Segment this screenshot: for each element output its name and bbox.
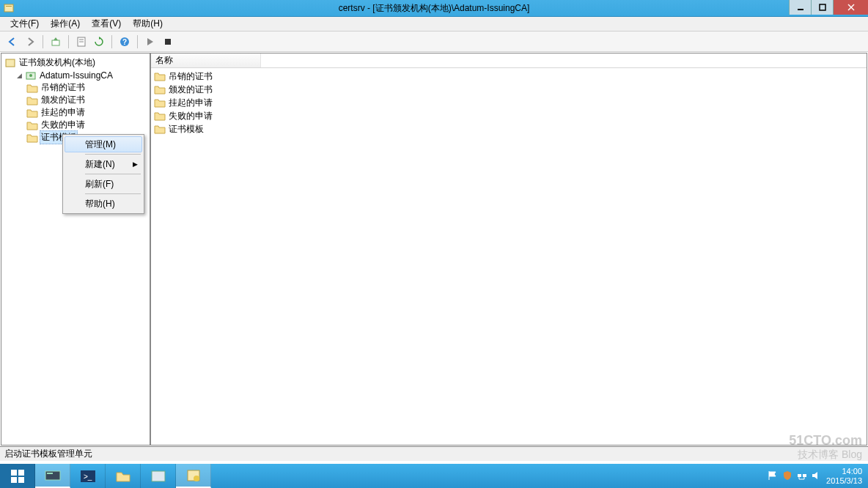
collapse-icon[interactable]: ◢: [15, 71, 23, 80]
toolbar: ?: [0, 32, 868, 52]
svg-rect-6: [52, 40, 59, 45]
ctx-separator: [85, 154, 141, 155]
tray-datetime[interactable]: 14:00 2015/3/13: [826, 467, 862, 486]
menu-action[interactable]: 操作(A): [45, 16, 86, 32]
svg-rect-18: [11, 477, 17, 483]
task-explorer[interactable]: [106, 464, 141, 488]
svg-rect-21: [47, 473, 53, 474]
tray-time: 14:00: [826, 467, 862, 476]
task-powershell[interactable]: >_: [70, 464, 106, 488]
stop-button[interactable]: [160, 34, 176, 50]
minimize-button[interactable]: [789, 0, 811, 15]
statusbar: 启动证书模板管理单元: [0, 446, 868, 461]
start-button[interactable]: [0, 464, 35, 488]
list-item-label: 证书模板: [169, 123, 204, 136]
tray-date: 2015/3/13: [826, 476, 862, 486]
ctx-new-label: 新建(N): [85, 158, 115, 171]
list-item[interactable]: 挂起的申请: [151, 96, 867, 109]
ctx-new[interactable]: 新建(N) ▶: [65, 156, 142, 172]
menu-file[interactable]: 文件(F): [4, 16, 45, 32]
ctx-manage[interactable]: 管理(M): [65, 136, 142, 152]
window-title: certsrv - [证书颁发机构(本地)\Adatum-IssuingCA]: [339, 2, 530, 15]
task-server-manager[interactable]: [35, 464, 70, 488]
tree-root-label: 证书颁发机构(本地): [18, 56, 97, 69]
toolbar-separator: [68, 35, 69, 48]
svg-point-15: [29, 74, 32, 77]
list-item[interactable]: 颁发的证书: [151, 83, 867, 96]
context-menu: 管理(M) 新建(N) ▶ 刷新(F) 帮助(H): [62, 134, 144, 214]
cert-authority-icon: [4, 57, 16, 69]
task-certsrv[interactable]: [176, 464, 211, 488]
tree-item-label: 挂起的申请: [40, 106, 87, 119]
list-item-label: 颁发的证书: [169, 84, 213, 96]
tray-shield-icon[interactable]: [782, 470, 792, 482]
svg-rect-27: [798, 474, 801, 477]
ca-icon: [25, 70, 37, 81]
tray-volume-icon[interactable]: [812, 470, 822, 482]
tree-item-revoked[interactable]: 吊销的证书: [4, 81, 147, 94]
status-text: 启动证书模板管理单元: [4, 448, 92, 460]
list-item[interactable]: 失败的申请: [151, 109, 867, 122]
ctx-separator: [85, 193, 141, 194]
tree-root[interactable]: 证书颁发机构(本地): [4, 56, 147, 69]
tray-network-icon[interactable]: [797, 470, 807, 482]
column-name[interactable]: 名称: [151, 53, 261, 67]
help-button[interactable]: ?: [117, 34, 133, 50]
system-tray: 14:00 2015/3/13: [762, 464, 868, 488]
folder-icon: [26, 133, 38, 143]
back-button[interactable]: [4, 34, 21, 50]
svg-rect-28: [803, 474, 806, 477]
svg-point-26: [194, 476, 199, 481]
maximize-button[interactable]: [811, 0, 833, 15]
svg-rect-1: [6, 6, 12, 7]
toolbar-separator: [137, 35, 138, 48]
tree-item-issued[interactable]: 颁发的证书: [4, 94, 147, 106]
app-icon: [3, 2, 15, 14]
play-button[interactable]: [142, 34, 158, 50]
tree-item-label: 吊销的证书: [40, 81, 87, 94]
ctx-help[interactable]: 帮助(H): [65, 196, 142, 212]
tree-item-pending[interactable]: 挂起的申请: [4, 106, 147, 119]
properties-button[interactable]: [73, 34, 89, 50]
folder-icon: [26, 95, 38, 106]
svg-rect-0: [4, 4, 13, 12]
tree-item-label: 颁发的证书: [40, 94, 87, 106]
toolbar-separator: [43, 35, 43, 48]
menu-view[interactable]: 查看(V): [86, 16, 127, 32]
toolbar-separator: [111, 35, 112, 48]
tray-flag-icon[interactable]: [768, 470, 778, 482]
list-body: 吊销的证书 颁发的证书 挂起的申请 失败的申请 证书模板: [151, 68, 867, 445]
svg-rect-17: [18, 470, 24, 476]
svg-text:>_: >_: [84, 473, 92, 481]
menu-help[interactable]: 帮助(H): [127, 16, 169, 32]
list-header: 名称: [151, 53, 867, 68]
task-app1[interactable]: [141, 464, 176, 488]
folder-icon: [26, 120, 38, 130]
svg-rect-16: [11, 470, 17, 476]
tree-item-label: 失败的申请: [40, 119, 87, 131]
ctx-refresh[interactable]: 刷新(F): [65, 176, 142, 192]
list-item[interactable]: 证书模板: [151, 122, 867, 136]
svg-rect-3: [820, 4, 825, 10]
refresh-button[interactable]: [91, 34, 107, 50]
list-item-label: 失败的申请: [169, 110, 213, 122]
close-button[interactable]: [833, 0, 868, 15]
forward-button[interactable]: [22, 34, 38, 50]
ctx-refresh-label: 刷新(F): [85, 178, 114, 191]
up-button[interactable]: [48, 34, 64, 50]
folder-icon: [154, 71, 166, 81]
submenu-arrow-icon: ▶: [133, 160, 138, 168]
folder-icon: [154, 97, 166, 108]
svg-rect-13: [6, 59, 15, 67]
list-item[interactable]: 吊销的证书: [151, 70, 867, 83]
ctx-help-label: 帮助(H): [85, 198, 115, 210]
titlebar: certsrv - [证书颁发机构(本地)\Adatum-IssuingCA]: [0, 0, 868, 17]
svg-rect-19: [18, 477, 24, 483]
ctx-manage-label: 管理(M): [85, 138, 116, 151]
tree-ca[interactable]: ◢ Adatum-IssuingCA: [4, 69, 147, 81]
tree-panel: 证书颁发机构(本地) ◢ Adatum-IssuingCA 吊销的证书 颁发的: [1, 53, 150, 446]
menubar: 文件(F) 操作(A) 查看(V) 帮助(H): [0, 17, 868, 32]
tree-item-failed[interactable]: 失败的申请: [4, 119, 147, 131]
folder-icon: [26, 83, 38, 93]
tree-ca-label: Adatum-IssuingCA: [38, 70, 114, 81]
